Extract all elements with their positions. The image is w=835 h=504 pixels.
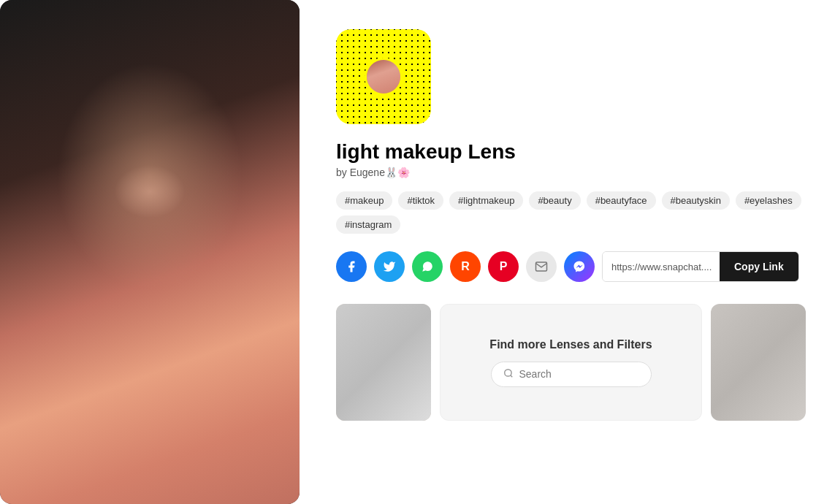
link-copy-container: https://www.snapchat.... Copy Link bbox=[602, 251, 799, 282]
tag-beauty[interactable]: #beauty bbox=[529, 191, 580, 210]
link-url-text: https://www.snapchat.... bbox=[603, 252, 720, 281]
tag-eyelashes[interactable]: #eyelashes bbox=[736, 191, 801, 210]
discover-panel: Find more Lenses and Filters bbox=[440, 304, 702, 421]
share-facebook-button[interactable] bbox=[336, 251, 367, 282]
share-email-button[interactable] bbox=[526, 251, 557, 282]
facebook-icon bbox=[345, 260, 358, 273]
share-messenger-button[interactable] bbox=[564, 251, 595, 282]
share-twitter-button[interactable] bbox=[374, 251, 405, 282]
twitter-icon bbox=[383, 260, 396, 273]
share-pinterest-button[interactable]: P bbox=[488, 251, 519, 282]
search-icon bbox=[503, 368, 514, 381]
share-row: R P https://www.snapchat.... Copy Link bbox=[336, 251, 806, 282]
svg-point-0 bbox=[504, 369, 511, 375]
tag-instagram[interactable]: #instagram bbox=[336, 215, 400, 234]
thumbnails-row: Find more Lenses and Filters bbox=[336, 304, 806, 421]
search-box[interactable] bbox=[491, 362, 652, 387]
svg-line-1 bbox=[510, 375, 512, 377]
thumbnail-right bbox=[711, 304, 806, 421]
tag-tiktok[interactable]: #tiktok bbox=[398, 191, 443, 210]
tags-container: #makeup#tiktok#lightmakeup#beauty#beauty… bbox=[336, 191, 806, 234]
photo-panel bbox=[0, 0, 300, 504]
snapcode bbox=[336, 29, 431, 124]
user-photo bbox=[0, 0, 300, 504]
tag-makeup[interactable]: #makeup bbox=[336, 191, 392, 210]
thumbnail-left bbox=[336, 304, 431, 421]
whatsapp-icon bbox=[421, 260, 434, 273]
tag-beautyface[interactable]: #beautyface bbox=[587, 191, 656, 210]
tag-lightmakeup[interactable]: #lightmakeup bbox=[449, 191, 523, 210]
search-input[interactable] bbox=[519, 368, 639, 380]
lens-author: by Eugene🐰🌸 bbox=[336, 167, 806, 178]
thumbnail-left-image bbox=[336, 304, 431, 421]
messenger-icon bbox=[573, 260, 586, 273]
email-icon bbox=[535, 260, 548, 273]
discover-title: Find more Lenses and Filters bbox=[489, 338, 652, 351]
reddit-icon: R bbox=[461, 260, 470, 273]
copy-link-button[interactable]: Copy Link bbox=[720, 252, 798, 281]
thumbnail-right-image bbox=[711, 304, 806, 421]
pinterest-icon: P bbox=[500, 260, 508, 273]
tag-beautyskin[interactable]: #beautyskin bbox=[662, 191, 730, 210]
share-reddit-button[interactable]: R bbox=[450, 251, 481, 282]
content-panel: light makeup Lens by Eugene🐰🌸 #makeup#ti… bbox=[300, 0, 835, 504]
snapcode-avatar bbox=[365, 58, 403, 96]
share-whatsapp-button[interactable] bbox=[412, 251, 443, 282]
lens-title: light makeup Lens bbox=[336, 140, 806, 164]
